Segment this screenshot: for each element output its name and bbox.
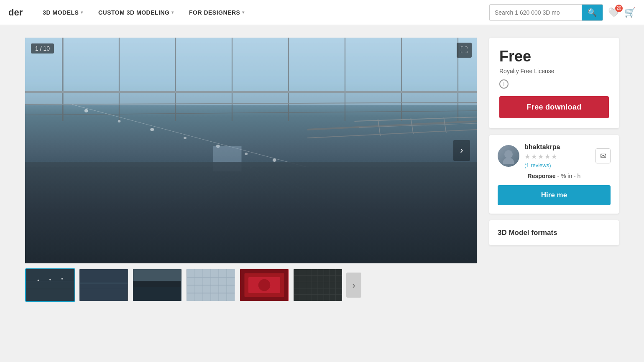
thumbnail-5[interactable] [239, 268, 289, 302]
chevron-down-icon: ▾ [81, 10, 83, 15]
svg-rect-46 [133, 287, 181, 301]
nav-item-for-designers[interactable]: FOR DESIGNERS ▾ [181, 0, 252, 25]
svg-point-73 [503, 158, 514, 164]
response-label: Response [528, 173, 556, 179]
star-4: ★ [544, 153, 550, 161]
main-content: 1 / 10 ⛶ [0, 25, 644, 314]
right-panel: Free Royalty Free License i Free downloa… [489, 38, 619, 245]
next-image-button[interactable]: › [453, 140, 470, 161]
star-5: ★ [551, 153, 557, 161]
thumbnail-1[interactable] [25, 268, 75, 302]
chevron-down-icon: ▾ [171, 10, 174, 15]
svg-point-15 [84, 109, 88, 112]
response-value: - % in - h [557, 173, 580, 179]
header: der 3D MODELS ▾ CUSTOM 3D MODELING ▾ FOR… [0, 0, 644, 25]
star-1: ★ [524, 153, 530, 161]
image-counter: 1 / 10 [31, 43, 54, 54]
formats-title: 3D Model formats [498, 229, 611, 237]
svg-line-14 [72, 105, 308, 167]
svg-point-20 [245, 153, 248, 155]
site-logo: der [8, 7, 23, 18]
thumb-image-3 [133, 269, 181, 301]
license-label: Royalty Free License [499, 68, 609, 74]
thumb-image-2 [79, 269, 128, 301]
price-section: Free Royalty Free License i Free downloa… [489, 38, 619, 128]
formats-section: 3D Model formats [489, 220, 619, 245]
nav-label-custom: CUSTOM 3D MODELING [98, 9, 170, 16]
main-image-container: 1 / 10 ⛶ [25, 38, 477, 263]
svg-point-16 [118, 120, 121, 122]
free-download-button[interactable]: Free download [499, 96, 609, 118]
svg-line-13 [307, 130, 477, 138]
author-row: bhaktakrpa ★ ★ ★ ★ ★ (1 reviews) ✉ [498, 143, 611, 168]
floor-element [25, 162, 477, 263]
author-reviews[interactable]: (1 reviews) [524, 162, 590, 168]
author-name: bhaktakrpa [524, 143, 590, 151]
warehouse-image [25, 38, 477, 263]
fullscreen-button[interactable]: ⛶ [457, 43, 472, 58]
svg-line-34 [444, 117, 446, 133]
svg-rect-45 [133, 269, 181, 281]
search-button[interactable]: 🔍 [582, 5, 603, 20]
svg-point-40 [61, 278, 63, 280]
image-section: 1 / 10 ⛶ [25, 38, 477, 302]
thumbnails-next-button[interactable]: › [346, 273, 361, 298]
author-info: bhaktakrpa ★ ★ ★ ★ ★ (1 reviews) [524, 143, 590, 168]
nav-item-custom-3d-modeling[interactable]: CUSTOM 3D MODELING ▾ [91, 0, 181, 25]
cart-icon: 🛒 [624, 7, 636, 18]
thumbnail-3[interactable] [132, 268, 182, 302]
price-label: Free [499, 48, 609, 65]
svg-rect-41 [80, 269, 128, 301]
info-icon[interactable]: i [499, 79, 509, 89]
thumb-image-1 [26, 269, 74, 301]
thumbnail-6[interactable] [293, 268, 343, 302]
svg-line-10 [25, 102, 477, 105]
svg-point-18 [184, 137, 187, 139]
svg-line-11 [25, 111, 477, 115]
cart-icon-wrapper[interactable]: 🛒 [624, 7, 636, 18]
svg-point-21 [273, 158, 276, 162]
envelope-icon: ✉ [600, 151, 606, 161]
svg-rect-35 [26, 269, 74, 301]
response-text: Response - % in - h [498, 173, 611, 179]
thumbnails-row: › [25, 268, 477, 302]
nav-item-3d-models[interactable]: 3D MODELS ▾ [35, 0, 91, 25]
svg-point-72 [504, 150, 513, 158]
svg-rect-0 [25, 38, 477, 92]
wishlist-icon-wrapper[interactable]: 🤍 20 [608, 7, 619, 18]
search-input[interactable] [490, 6, 582, 19]
svg-point-39 [49, 279, 51, 280]
svg-point-38 [38, 280, 39, 281]
star-3: ★ [538, 153, 544, 161]
nav-label-3d-models: 3D MODELS [43, 9, 79, 16]
nav-label-designers: FOR DESIGNERS [189, 9, 240, 16]
wishlist-badge: 20 [615, 5, 623, 12]
thumb-image-4 [187, 269, 235, 301]
header-right: 🔍 🤍 20 🛒 [489, 4, 636, 21]
thumb-image-5 [240, 269, 289, 301]
thumbnail-2[interactable] [79, 268, 129, 302]
thumbnail-4[interactable] [186, 268, 236, 302]
message-button[interactable]: ✉ [595, 148, 611, 163]
thumb-image-6 [294, 269, 342, 301]
svg-line-12 [307, 121, 477, 130]
chevron-down-icon: ▾ [242, 10, 245, 15]
main-nav: 3D MODELS ▾ CUSTOM 3D MODELING ▾ FOR DES… [35, 0, 252, 25]
svg-point-59 [258, 279, 271, 291]
author-section: bhaktakrpa ★ ★ ★ ★ ★ (1 reviews) ✉ Respo… [489, 135, 619, 214]
hire-me-button[interactable]: Hire me [498, 185, 611, 205]
search-bar: 🔍 [489, 4, 603, 21]
svg-line-33 [411, 118, 414, 134]
avatar [498, 145, 519, 167]
star-2: ★ [531, 153, 537, 161]
svg-point-17 [150, 128, 154, 131]
star-rating: ★ ★ ★ ★ ★ [524, 153, 590, 161]
svg-line-32 [378, 119, 381, 136]
